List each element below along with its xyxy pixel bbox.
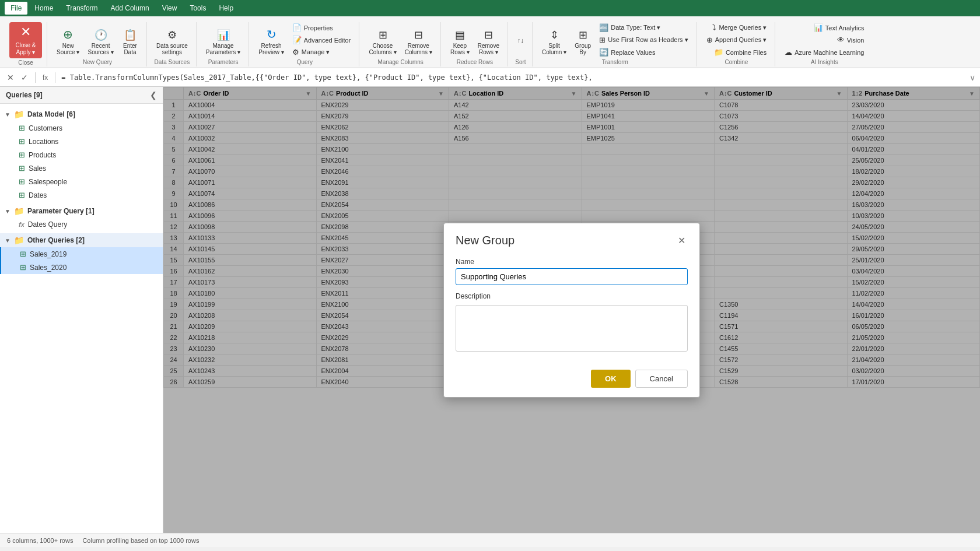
choose-columns-button[interactable]: ⊞ ChooseColumns ▾ (365, 26, 400, 58)
menu-item-help[interactable]: Help (213, 2, 239, 15)
text-analytics-button[interactable]: 📊 Text Analytics (810, 22, 868, 33)
new-source-icon: ⊕ (63, 27, 73, 41)
menu-item-home[interactable]: Home (29, 2, 59, 15)
remove-columns-button[interactable]: ⊟ RemoveColumns ▾ (401, 26, 436, 58)
query-item-sales-2020[interactable]: ⊞ Sales_2020 (0, 261, 163, 274)
azure-label: Azure Machine Learning (794, 49, 864, 56)
combine-files-button[interactable]: 📁 Combine Files (710, 47, 770, 58)
replace-values-button[interactable]: 🔄 Replace Values (596, 47, 691, 58)
ribbon-group-parameters: 📊 ManageParameters ▾ Parameters (198, 22, 249, 66)
azure-ml-button[interactable]: ☁ Azure Machine Learning (781, 47, 867, 58)
ribbon-group-combine: ⤵ Merge Queries ▾ ⊕ Append Queries ▾ 📁 C… (698, 22, 776, 66)
datasource-icon: ⚙ (167, 29, 177, 41)
ribbon-group-new-query-label: New Query (83, 59, 112, 66)
ribbon-group-items-sort: ↑↓ (514, 22, 527, 58)
param-folder-icon: 📁 (14, 206, 24, 216)
ribbon-group-reduce-rows: ▤ KeepRows ▾ ⊟ RemoveRows ▾ Reduce Rows (442, 22, 508, 66)
ribbon-group-manage-cols-label: Manage Columns (377, 59, 423, 66)
status-bar: 6 columns, 1000+ rows Column profiling b… (0, 533, 980, 547)
ribbon: ✕ Close &Apply ▾ Close ⊕ NewSource ▾ 🕐 (0, 16, 980, 68)
data-type-button[interactable]: 🔤 Data Type: Text ▾ (596, 22, 691, 33)
modal-name-input[interactable] (456, 268, 688, 285)
vision-button[interactable]: 👁 Vision (834, 34, 868, 45)
ribbon-group-transform: ⇕ SplitColumn ▾ ⊞ GroupBy 🔤 Data Type: T… (534, 22, 697, 66)
folder-icon: 📁 (14, 110, 24, 119)
other-group-chevron: ▼ (5, 237, 10, 244)
formula-expand-button[interactable]: fx (40, 72, 50, 83)
keep-rows-button[interactable]: ▤ KeepRows ▾ (447, 26, 473, 58)
first-row-label: Use First Row as Headers ▾ (608, 36, 688, 44)
sales2020-label: Sales_2020 (30, 264, 66, 272)
enter-data-button[interactable]: 📋 EnterData (118, 26, 142, 58)
manage-button[interactable]: ⚙ Manage ▾ (289, 47, 355, 58)
merge-queries-button[interactable]: ⤵ Merge Queries ▾ (709, 22, 770, 33)
formula-expand-chevron[interactable]: ∨ (970, 73, 975, 82)
recent-sources-label: RecentSources ▾ (88, 43, 113, 55)
query-item-locations[interactable]: ⊞ Locations (0, 135, 163, 148)
remove-columns-label: RemoveColumns ▾ (405, 43, 432, 55)
formula-accept-button[interactable]: ✓ (19, 72, 30, 83)
main-layout: Queries [9] ❮ ▼ 📁 Data Model [6] ⊞ Custo… (0, 87, 980, 533)
sales-table-icon: ⊞ (19, 164, 25, 173)
formula-input[interactable] (61, 73, 966, 82)
ribbon-group-ai-label: AI Insights (811, 59, 838, 66)
replace-values-icon: 🔄 (599, 48, 608, 57)
advanced-editor-button[interactable]: 📝 Advanced Editor (289, 34, 355, 45)
formula-icons: ✕ ✓ fx (5, 72, 58, 83)
manage-params-button[interactable]: 📊 ManageParameters ▾ (202, 26, 244, 58)
query-item-sales-2019[interactable]: ⊞ Sales_2019 (0, 247, 163, 261)
properties-button[interactable]: 📄 Properties (289, 22, 355, 33)
datasource-settings-button[interactable]: ⚙ Data sourcesettings (153, 26, 191, 58)
other-folder-icon: 📁 (14, 236, 24, 245)
menu-item-file[interactable]: File (5, 2, 27, 15)
close-apply-icon: ✕ (20, 24, 31, 40)
query-item-dates[interactable]: ⊞ Dates (0, 188, 163, 202)
append-queries-button[interactable]: ⊕ Append Queries ▾ (703, 34, 771, 45)
menu-item-tools[interactable]: Tools (184, 2, 212, 15)
modal-close-button[interactable]: ✕ (676, 233, 688, 248)
sidebar-collapse-button[interactable]: ❮ (150, 90, 157, 100)
menu-item-add-column[interactable]: Add Column (105, 2, 155, 15)
menu-item-transform[interactable]: Transform (60, 2, 103, 15)
refresh-preview-button[interactable]: ↻ RefreshPreview ▾ (255, 25, 287, 58)
manage-params-icon: 📊 (217, 29, 230, 41)
sales2020-table-icon: ⊞ (20, 263, 26, 272)
split-column-button[interactable]: ⇕ SplitColumn ▾ (538, 26, 570, 58)
query-group-data-model: ▼ 📁 Data Model [6] ⊞ Customers ⊞ Locatio… (0, 107, 163, 202)
new-source-button[interactable]: ⊕ NewSource ▾ (53, 25, 83, 58)
sales2019-table-icon: ⊞ (20, 250, 26, 258)
formula-cancel-button[interactable]: ✕ (5, 72, 16, 83)
query-group-other-header[interactable]: ▼ 📁 Other Queries [2] (0, 233, 163, 247)
query-item-salespeople[interactable]: ⊞ Salespeople (0, 175, 163, 188)
ribbon-group-ai: 📊 Text Analytics 👁 Vision ☁ Azure Machin… (776, 22, 872, 66)
menu-bar: File Home Transform Add Column View Tool… (0, 0, 980, 16)
other-queries-label: Other Queries [2] (27, 236, 85, 244)
modal-footer: OK Cancel (444, 363, 699, 397)
remove-columns-icon: ⊟ (414, 29, 423, 41)
choose-columns-icon: ⊞ (379, 29, 387, 41)
menu-item-view[interactable]: View (156, 2, 183, 15)
first-row-button[interactable]: ⊞ Use First Row as Headers ▾ (596, 34, 691, 45)
recent-sources-button[interactable]: 🕐 RecentSources ▾ (84, 26, 117, 58)
advanced-editor-label: Advanced Editor (304, 37, 351, 44)
remove-rows-button[interactable]: ⊟ RemoveRows ▾ (474, 26, 503, 58)
modal-cancel-button[interactable]: Cancel (635, 370, 688, 388)
query-item-products[interactable]: ⊞ Products (0, 148, 163, 162)
dates-query-fx-icon: fx (19, 221, 24, 228)
modal-description-input[interactable] (456, 305, 688, 352)
text-analytics-icon: 📊 (814, 23, 823, 32)
ribbon-group-transform-label: Transform (602, 59, 628, 66)
keep-rows-icon: ▤ (455, 29, 465, 41)
group-by-button[interactable]: ⊞ GroupBy (571, 26, 594, 58)
query-group-parameter-header[interactable]: ▼ 📁 Parameter Query [1] (0, 204, 163, 218)
modal-overlay: New Group ✕ Name Description OK Cancel (163, 87, 980, 533)
modal-ok-button[interactable]: OK (591, 370, 631, 388)
query-item-customers[interactable]: ⊞ Customers (0, 121, 163, 135)
close-apply-button[interactable]: ✕ Close &Apply ▾ (9, 22, 42, 58)
ribbon-group-items-data-sources: ⚙ Data sourcesettings (153, 22, 191, 58)
query-item-dates-query[interactable]: fx Dates Query (0, 218, 163, 231)
query-item-sales[interactable]: ⊞ Sales (0, 162, 163, 175)
query-group-data-model-header[interactable]: ▼ 📁 Data Model [6] (0, 107, 163, 121)
sort-ascending-button[interactable]: ↑↓ (514, 36, 527, 45)
remove-rows-label: RemoveRows ▾ (478, 43, 499, 55)
